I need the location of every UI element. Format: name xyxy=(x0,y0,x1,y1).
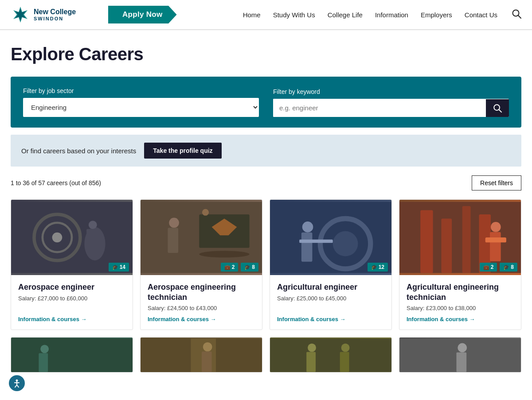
graduation-icon: 🎓 xyxy=(112,264,118,270)
svg-rect-19 xyxy=(168,228,178,253)
filter-keyword-wrap xyxy=(273,99,509,117)
bottom-card-3 xyxy=(270,337,392,373)
card-image-aerospace-tech: 💼 2 🎓 8 xyxy=(141,200,262,275)
svg-rect-28 xyxy=(441,218,452,273)
card-title-1: Aerospace engineer xyxy=(18,282,125,292)
card-title-4: Agricultural engineering technician xyxy=(407,282,514,302)
nav-home[interactable]: Home xyxy=(243,11,261,19)
svg-rect-45 xyxy=(340,352,349,372)
svg-rect-32 xyxy=(490,232,501,261)
svg-rect-41 xyxy=(270,338,391,372)
card-link-1[interactable]: Information & courses → xyxy=(18,316,125,322)
nav-study-with-us[interactable]: Study With Us xyxy=(273,11,315,19)
svg-line-5 xyxy=(499,109,501,112)
svg-point-47 xyxy=(458,343,467,353)
svg-rect-24 xyxy=(301,233,313,262)
svg-rect-11 xyxy=(86,229,95,250)
main-nav: Home Study With Us College Life Informat… xyxy=(243,9,521,21)
card-title-3: Agricultural engineer xyxy=(277,282,384,292)
svg-point-10 xyxy=(89,221,97,229)
bottom-image-2 xyxy=(141,338,262,373)
nav-contact-us[interactable]: Contact Us xyxy=(465,11,497,19)
filter-keyword-input[interactable] xyxy=(273,99,486,117)
graduation-icon-4: 🎓 xyxy=(503,264,509,270)
filter-keyword-group: Filter by keyword xyxy=(273,88,509,117)
svg-point-16 xyxy=(202,209,209,216)
svg-point-22 xyxy=(333,231,358,256)
results-meta: 1 to 36 of 57 careers (out of 856) Reset… xyxy=(11,175,521,190)
graduation-icon-3: 🎓 xyxy=(371,264,377,270)
svg-rect-34 xyxy=(11,338,133,372)
page-title: Explore Careers xyxy=(11,44,521,64)
bottom-image-1 xyxy=(11,338,133,373)
reset-filters-button[interactable]: Reset filters xyxy=(472,175,521,190)
career-grid-bottom-row xyxy=(11,337,521,373)
card-salary-2: Salary: £24,500 to £43,000 xyxy=(148,305,255,311)
search-icon-button[interactable] xyxy=(512,9,521,21)
card-badges-4: 💼 2 🎓 8 xyxy=(480,263,517,272)
apply-btn-wrap: Apply Now xyxy=(108,6,177,23)
courses-badge-1: 🎓 14 xyxy=(109,263,129,272)
bottom-card-2 xyxy=(140,337,262,373)
page-title-section: Explore Careers xyxy=(11,44,521,64)
site-header: New College SWINDON Apply Now Home Study… xyxy=(0,0,532,30)
filter-sector-label: Filter by job sector xyxy=(23,87,259,94)
svg-point-44 xyxy=(341,344,350,352)
svg-point-31 xyxy=(491,222,501,232)
nav-employers[interactable]: Employers xyxy=(421,11,452,19)
card-link-3[interactable]: Information & courses → xyxy=(277,316,384,322)
card-body-4: Agricultural engineering technician Sala… xyxy=(399,275,521,330)
nav-college-life[interactable]: College Life xyxy=(328,11,363,19)
jobs-badge-4: 💼 2 xyxy=(480,263,497,272)
apply-now-button[interactable]: Apply Now xyxy=(108,6,177,23)
logo-text: New College SWINDON xyxy=(34,8,76,21)
career-card-agricultural-tech: 💼 2 🎓 8 Agricultural engineering technic… xyxy=(399,199,521,330)
results-count: 1 to 36 of 57 careers (out of 856) xyxy=(11,179,101,186)
card-link-4[interactable]: Information & courses → xyxy=(407,316,514,322)
interests-banner: Or find careers based on your interests … xyxy=(11,135,521,167)
interests-text: Or find careers based on your interests xyxy=(21,147,136,155)
courses-badge-3: 🎓 12 xyxy=(368,263,388,272)
svg-rect-40 xyxy=(202,351,212,372)
svg-rect-27 xyxy=(420,210,433,273)
card-title-2: Aerospace engineering technician xyxy=(148,282,255,302)
search-icon xyxy=(512,9,521,19)
svg-point-15 xyxy=(199,251,249,257)
card-body-2: Aerospace engineering technician Salary:… xyxy=(141,275,262,330)
card-badges-2: 💼 2 🎓 8 xyxy=(221,263,258,272)
card-image-aerospace-engineer: 🎓 14 xyxy=(11,200,133,275)
bottom-image-3 xyxy=(270,338,391,373)
card-link-2[interactable]: Information & courses → xyxy=(148,316,255,322)
career-grid: 🎓 14 Aerospace engineer Salary: £27,000 … xyxy=(11,199,521,330)
svg-point-23 xyxy=(302,221,313,233)
svg-point-12 xyxy=(52,233,63,243)
nav-information[interactable]: Information xyxy=(375,11,408,19)
career-card-aerospace-engineer: 🎓 14 Aerospace engineer Salary: £27,000 … xyxy=(11,199,133,330)
card-salary-3: Salary: £25,000 to £45,000 xyxy=(277,295,384,302)
search-icon xyxy=(493,104,502,113)
svg-rect-48 xyxy=(456,352,466,372)
card-body-3: Agricultural engineer Salary: £25,000 to… xyxy=(270,275,391,330)
career-card-agricultural-engineer: 🎓 12 Agricultural engineer Salary: £25,0… xyxy=(270,199,392,330)
svg-point-39 xyxy=(203,342,212,352)
page-content: Explore Careers Filter by job sector All… xyxy=(0,44,532,373)
card-image-agricultural-engineer: 🎓 12 xyxy=(270,200,391,275)
filter-keyword-label: Filter by keyword xyxy=(273,88,509,95)
filter-sector-select[interactable]: All sectors Engineering Healthcare Busin… xyxy=(23,98,259,117)
take-quiz-button[interactable]: Take the profile quiz xyxy=(144,143,221,159)
svg-point-18 xyxy=(169,218,179,228)
bottom-image-4 xyxy=(399,338,521,373)
filter-keyword-search-button[interactable] xyxy=(486,99,509,117)
svg-rect-29 xyxy=(462,206,471,273)
jobs-badge-2: 💼 2 xyxy=(221,263,239,272)
filter-sector-group: Filter by job sector All sectors Enginee… xyxy=(23,87,259,117)
logo-icon xyxy=(11,5,30,24)
svg-point-35 xyxy=(40,345,49,353)
svg-marker-1 xyxy=(15,8,26,21)
courses-badge-4: 🎓 8 xyxy=(500,263,517,272)
svg-line-3 xyxy=(518,15,521,18)
briefcase-icon-4: 💼 xyxy=(483,264,489,270)
logo[interactable]: New College SWINDON xyxy=(11,5,82,24)
courses-badge-2: 🎓 8 xyxy=(241,263,258,272)
graduation-icon-2: 🎓 xyxy=(244,264,250,270)
